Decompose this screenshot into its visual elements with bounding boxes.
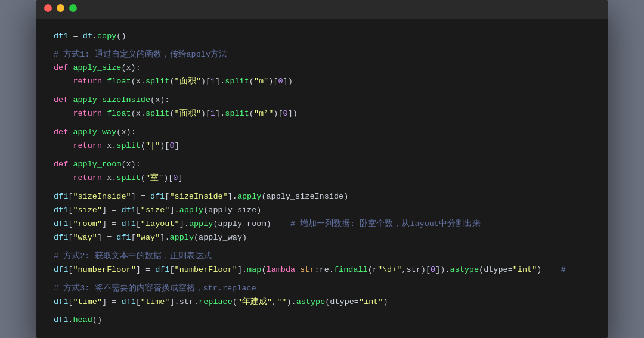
code-line-str-replace: df1["time"] = df1["time"].str.replace("年… [54, 296, 590, 309]
code-line-def-apply-room: def apply_room(x): [54, 158, 590, 172]
code-editor-window: df1 = df.copy() # 方式1: 通过自定义的函数，传给apply方… [36, 0, 608, 338]
code-line-return-4: return x.split("室")[0] [54, 172, 590, 185]
code-line-return-1: return float(x.split("面积")[1].split("m")… [54, 75, 590, 89]
code-line-comment-3: # 方式3: 将不需要的内容替换成空格，str.replace [54, 282, 590, 296]
code-line-return-2: return float(x.split("面积")[1].split("m²"… [54, 107, 590, 121]
titlebar [36, 0, 608, 19]
code-line-apply-sizeinside: df1["sizeInside"] = df1["sizeInside"].ap… [54, 190, 590, 204]
code-line-comment-2: # 方式2: 获取文本中的数据，正则表达式 [54, 250, 590, 263]
minimize-dot[interactable] [57, 4, 64, 12]
code-line-def-apply-size: def apply_size(x): [54, 61, 590, 75]
code-line-1: df1 = df.copy() [54, 30, 590, 44]
code-line-comment-1: # 方式1: 通过自定义的函数，传给apply方法 [54, 48, 590, 62]
code-line-apply-way: df1["way"] = df1["way"].apply(apply_way) [54, 231, 590, 245]
code-line-return-3: return x.split("|")[0] [54, 139, 590, 153]
code-line-apply-room: df1["room"] = df1["layout"].apply(apply_… [54, 218, 590, 231]
code-line-map-lambda: df1["numberFloor"] = df1["numberFloor"].… [54, 263, 590, 277]
code-line-apply-size: df1["size"] = df1["size"].apply(apply_si… [54, 204, 590, 218]
code-line-def-apply-way: def apply_way(x): [54, 126, 590, 139]
maximize-dot[interactable] [69, 4, 77, 12]
code-line-def-apply-sizeinside: def apply_sizeInside(x): [54, 94, 590, 107]
code-line-head: df1.head() [54, 314, 590, 327]
close-dot[interactable] [44, 4, 52, 12]
code-content: df1 = df.copy() # 方式1: 通过自定义的函数，传给apply方… [36, 19, 608, 338]
